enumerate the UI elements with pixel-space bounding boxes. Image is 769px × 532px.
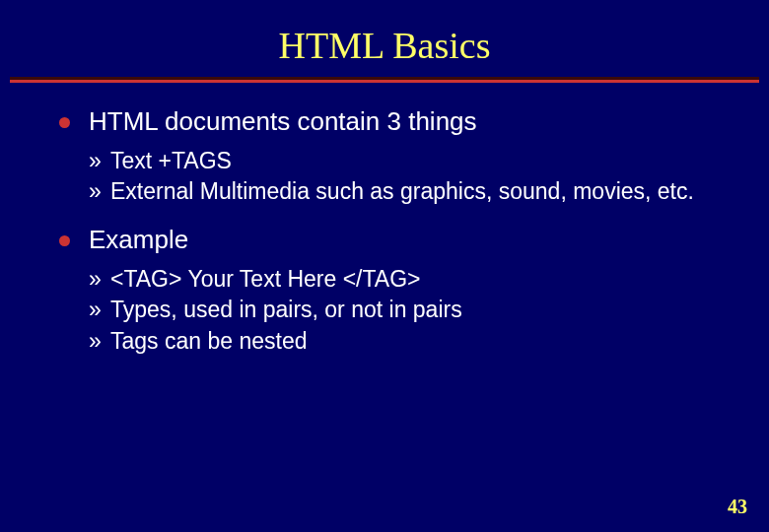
slide-content: HTML documents contain 3 things » Text +… bbox=[0, 106, 769, 356]
bullet-item: HTML documents contain 3 things bbox=[53, 106, 730, 137]
sub-bullet-item: » External Multimedia such as graphics, … bbox=[89, 177, 730, 206]
sub-bullet-item: » Types, used in pairs, or not in pairs bbox=[89, 296, 730, 324]
sub-list: » Text +TAGS » External Multimedia such … bbox=[53, 147, 730, 207]
chevron-right-icon: » bbox=[89, 265, 102, 294]
page-number: 43 bbox=[728, 496, 747, 518]
sub-bullet-text: External Multimedia such as graphics, so… bbox=[110, 178, 694, 204]
divider-line bbox=[10, 77, 759, 83]
bullet-text: HTML documents contain 3 things bbox=[89, 106, 477, 136]
sub-bullet-text: Tags can be nested bbox=[110, 328, 307, 354]
sub-bullet-item: » Text +TAGS bbox=[89, 147, 730, 175]
sub-bullet-item: » <TAG> Your Text Here </TAG> bbox=[89, 265, 730, 294]
slide-title: HTML Basics bbox=[0, 0, 769, 77]
slide: HTML Basics HTML documents contain 3 thi… bbox=[0, 0, 769, 532]
bullet-dot-icon bbox=[59, 235, 70, 246]
bullet-text: Example bbox=[89, 225, 188, 254]
sub-bullet-text: Types, used in pairs, or not in pairs bbox=[110, 297, 462, 322]
chevron-right-icon: » bbox=[89, 177, 102, 206]
sub-list: » <TAG> Your Text Here </TAG> » Types, u… bbox=[53, 265, 730, 356]
sub-bullet-text: Text +TAGS bbox=[110, 148, 232, 173]
chevron-right-icon: » bbox=[89, 147, 102, 175]
sub-bullet-item: » Tags can be nested bbox=[89, 327, 730, 356]
bullet-item: Example bbox=[53, 225, 730, 255]
chevron-right-icon: » bbox=[89, 327, 102, 356]
bullet-dot-icon bbox=[59, 117, 70, 128]
chevron-right-icon: » bbox=[89, 296, 102, 324]
sub-bullet-text: <TAG> Your Text Here </TAG> bbox=[110, 266, 421, 292]
